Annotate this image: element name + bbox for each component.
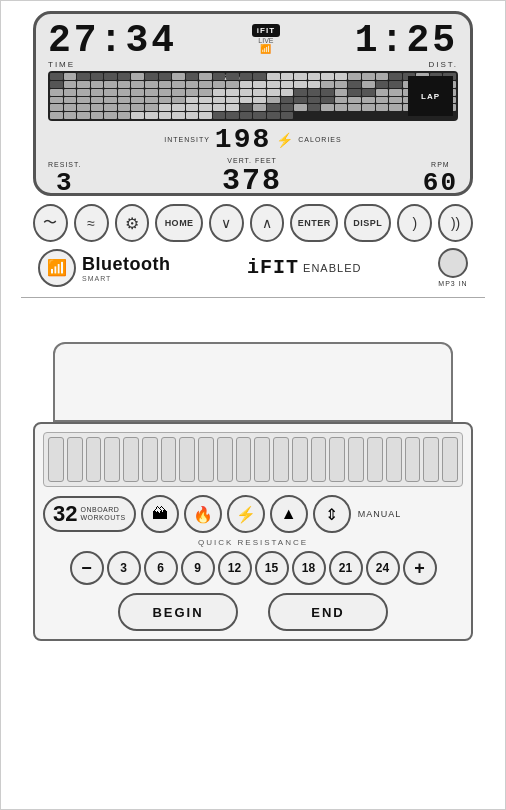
resistance-12-label: 12 — [228, 561, 241, 575]
ifit-enabled-section: iFIT ENABLED — [247, 256, 361, 279]
bluetooth-button[interactable]: 📶 — [38, 249, 76, 287]
end-label: END — [311, 605, 344, 620]
resistance-3-button[interactable]: 3 — [107, 551, 141, 585]
main-container: 27:34 TIME iFIT LIVE 📶 1:25 DIST. ⛰ MY T… — [0, 0, 506, 810]
up-arrow-icon: ∧ — [262, 215, 272, 231]
vert-feet-stat: VERT. FEET 378 — [222, 157, 282, 198]
lightning-button[interactable]: ⚡ — [227, 495, 265, 533]
resistance-24-label: 24 — [376, 561, 389, 575]
workout-sub: ONBOARD WORKOUTS — [80, 506, 125, 521]
vent-slot — [48, 437, 64, 482]
resist-value: 3 — [56, 168, 74, 198]
resistance-24-button[interactable]: 24 — [366, 551, 400, 585]
plus-icon: + — [414, 558, 425, 579]
vent-slot — [236, 437, 252, 482]
ifit-logo: iFIT LIVE 📶 — [252, 24, 280, 54]
intensity-value: 198 — [215, 124, 271, 155]
audio-low-icon: ) — [412, 215, 417, 231]
approx-button[interactable]: ≈ — [74, 204, 109, 242]
resistance-9-label: 9 — [194, 561, 201, 575]
display-bottom-row: RESIST. 3 VERT. FEET 378 RPM 60 — [48, 157, 458, 198]
wave-icon: 〜 — [43, 214, 57, 232]
vent-slot — [273, 437, 289, 482]
resistance-9-button[interactable]: 9 — [181, 551, 215, 585]
begin-button[interactable]: BEGIN — [118, 593, 238, 631]
action-row: BEGIN END — [43, 593, 463, 631]
enter-button[interactable]: ENTER — [290, 204, 337, 242]
resist-label: RESIST. — [48, 161, 81, 168]
begin-label: BEGIN — [152, 605, 203, 620]
mp3-label: MP3 IN — [438, 280, 467, 287]
resistance-plus-button[interactable]: + — [403, 551, 437, 585]
heat-icon: 🔥 — [193, 505, 213, 524]
mp3-port[interactable] — [438, 248, 468, 278]
vent-slot — [386, 437, 402, 482]
down-arrow-icon: ∨ — [221, 215, 231, 231]
vent-slot — [367, 437, 383, 482]
vent-slot — [67, 437, 83, 482]
vent-grille — [43, 432, 463, 487]
audio-high-button[interactable]: )) — [438, 204, 473, 242]
resistance-21-button[interactable]: 21 — [329, 551, 363, 585]
vent-slot — [405, 437, 421, 482]
updown-button[interactable]: ⇕ — [313, 495, 351, 533]
vent-slot — [348, 437, 364, 482]
trail-grid — [48, 71, 458, 121]
gear-icon: ⚙ — [125, 214, 139, 233]
home-button[interactable]: HOME — [155, 204, 202, 242]
vent-slot — [161, 437, 177, 482]
resistance-6-label: 6 — [157, 561, 164, 575]
vent-slot — [329, 437, 345, 482]
bluetooth-smart-label: SMART — [82, 275, 111, 282]
vert-feet-value: 378 — [222, 164, 282, 198]
landscape-button[interactable]: 🏔 — [141, 495, 179, 533]
workout-row: 32 ONBOARD WORKOUTS 🏔 🔥 ⚡ ▲ ⇕ MANUAL — [43, 495, 463, 533]
minus-icon: − — [81, 558, 92, 579]
intensity-section: INTENSITY 198 ⚡ CALORIES — [48, 124, 458, 155]
updown-icon: ⇕ — [325, 505, 338, 524]
calories-label: CALORIES — [298, 136, 341, 143]
ifit-live: LIVE — [258, 37, 273, 44]
resistance-6-button[interactable]: 6 — [144, 551, 178, 585]
vent-area — [53, 342, 453, 422]
middle-section — [33, 302, 473, 422]
gear-button[interactable]: ⚙ — [115, 204, 150, 242]
landscape-icon: 🏔 — [152, 505, 168, 523]
time-value: 27:34 — [48, 22, 177, 60]
vent-slot — [198, 437, 214, 482]
resistance-minus-button[interactable]: − — [70, 551, 104, 585]
audio-high-icon: )) — [451, 215, 460, 231]
vent-slot — [254, 437, 270, 482]
lap-label: LAP — [421, 92, 440, 101]
up-button[interactable]: ∧ — [250, 204, 285, 242]
vent-slot — [179, 437, 195, 482]
vent-slot — [123, 437, 139, 482]
vert-feet-label: VERT. FEET — [227, 157, 277, 164]
bluetooth-label: Bluetooth — [82, 254, 170, 275]
displ-button[interactable]: DISPL — [344, 204, 391, 242]
down-button[interactable]: ∨ — [209, 204, 244, 242]
quick-resistance-label: QUICK RESISTANCE — [43, 538, 463, 547]
bluetooth-text: Bluetooth SMART — [82, 254, 170, 282]
intensity-label: INTENSITY — [164, 136, 210, 143]
mountain-button[interactable]: ▲ — [270, 495, 308, 533]
vent-slot — [142, 437, 158, 482]
vent-slot — [442, 437, 458, 482]
heat-button[interactable]: 🔥 — [184, 495, 222, 533]
resistance-18-button[interactable]: 18 — [292, 551, 326, 585]
wave-button[interactable]: 〜 — [33, 204, 68, 242]
home-label: HOME — [165, 218, 194, 228]
rpm-stat: RPM 60 — [423, 161, 458, 198]
audio-low-button[interactable]: ) — [397, 204, 432, 242]
manual-label: MANUAL — [358, 509, 402, 519]
display-panel: 27:34 TIME iFIT LIVE 📶 1:25 DIST. ⛰ MY T… — [33, 11, 473, 196]
divider-1 — [21, 297, 485, 298]
mountain-icon: ▲ — [281, 505, 297, 523]
resistance-15-button[interactable]: 15 — [255, 551, 289, 585]
resistance-12-button[interactable]: 12 — [218, 551, 252, 585]
dist-value: 1:25 — [355, 22, 458, 60]
resistance-row: − 3 6 9 12 15 18 21 24 — [43, 551, 463, 585]
vent-slot — [311, 437, 327, 482]
end-button[interactable]: END — [268, 593, 388, 631]
vent-slot — [86, 437, 102, 482]
